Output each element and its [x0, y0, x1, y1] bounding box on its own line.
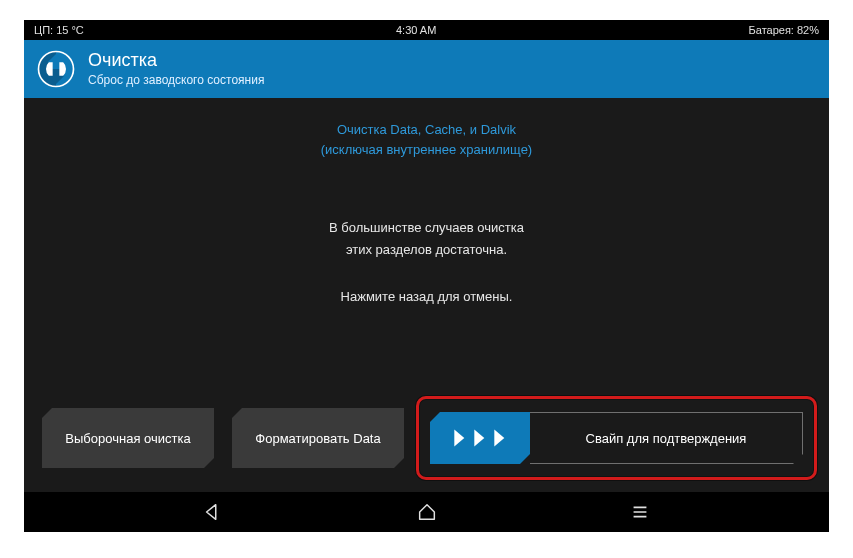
advanced-wipe-button[interactable]: Выборочная очистка [42, 408, 214, 468]
home-icon [416, 501, 438, 523]
button-label: Форматировать Data [255, 431, 380, 446]
format-data-button[interactable]: Форматировать Data [232, 408, 404, 468]
menu-icon [629, 501, 651, 523]
wipe-description-main: В большинстве случаев очистка этих разде… [329, 217, 524, 261]
button-row: Выборочная очистка Форматировать Data Св… [42, 402, 811, 474]
info-line: В большинстве случаев очистка [329, 217, 524, 239]
swipe-confirm-group: Свайп для подтверждения [422, 402, 811, 474]
back-icon [202, 501, 224, 523]
nav-home-button[interactable] [403, 498, 451, 526]
wipe-description-accent: Очистка Data, Cache, и Dalvik (исключая … [321, 120, 532, 159]
twrp-screen: ЦП: 15 °C 4:30 AM Батарея: 82% Очистка С… [24, 20, 829, 532]
nav-bar [24, 492, 829, 532]
button-label: Выборочная очистка [65, 431, 190, 446]
content-area: Очистка Data, Cache, и Dalvik (исключая … [24, 98, 829, 492]
status-cpu: ЦП: 15 °C [34, 24, 84, 36]
accent-line: Очистка Data, Cache, и Dalvik [321, 120, 532, 140]
title-text: Очистка Сброс до заводского состояния [88, 51, 264, 87]
info-line: этих разделов достаточна. [329, 239, 524, 261]
page-title: Очистка [88, 51, 264, 71]
swipe-track[interactable]: Свайп для подтверждения [430, 412, 803, 464]
title-bar: Очистка Сброс до заводского состояния [24, 40, 829, 98]
swipe-label: Свайп для подтверждения [530, 431, 802, 446]
chevron-right-icon [492, 428, 508, 448]
status-bar: ЦП: 15 °C 4:30 AM Батарея: 82% [24, 20, 829, 40]
accent-line: (исключая внутреннее хранилище) [321, 140, 532, 160]
swipe-handle[interactable] [430, 412, 530, 464]
chevron-right-icon [472, 428, 488, 448]
nav-back-button[interactable] [189, 498, 237, 526]
nav-menu-button[interactable] [616, 498, 664, 526]
cancel-hint: Нажмите назад для отмены. [341, 289, 513, 304]
twrp-logo-icon [36, 49, 76, 89]
status-battery: Батарея: 82% [749, 24, 819, 36]
status-time: 4:30 AM [84, 24, 749, 36]
page-subtitle: Сброс до заводского состояния [88, 73, 264, 87]
chevron-right-icon [452, 428, 468, 448]
